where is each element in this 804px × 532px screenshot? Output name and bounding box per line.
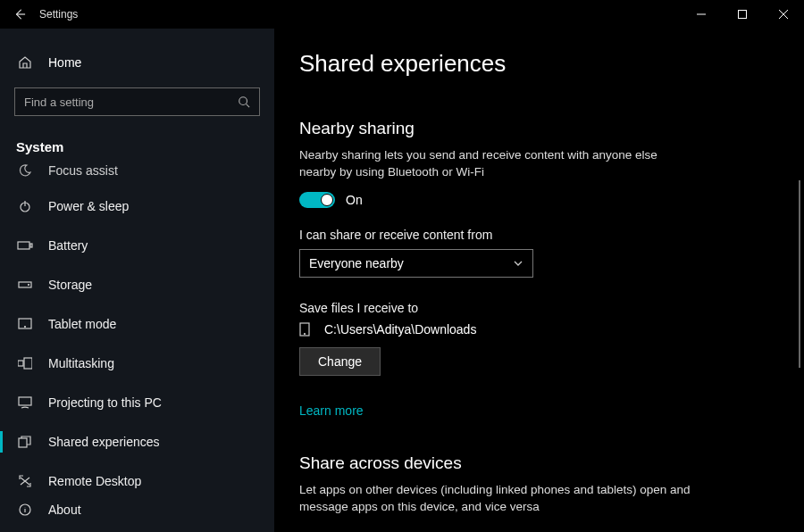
share-from-dropdown[interactable]: Everyone nearby — [299, 249, 533, 278]
page-title: Shared experiences — [299, 50, 779, 78]
sidebar: Home System Focus assist Power & sleep B… — [0, 29, 274, 532]
sidebar-item-focus-assist[interactable]: Focus assist — [0, 163, 274, 187]
info-icon — [16, 503, 34, 517]
maximize-button[interactable] — [722, 0, 763, 29]
back-button[interactable] — [9, 4, 30, 25]
svg-rect-3 — [18, 242, 29, 249]
sidebar-item-label: Power & sleep — [48, 199, 129, 213]
svg-rect-11 — [19, 397, 31, 405]
moon-icon — [16, 163, 34, 178]
sidebar-item-label: Remote Desktop — [48, 474, 141, 488]
nearby-sharing-toggle[interactable] — [299, 192, 335, 208]
svg-point-8 — [25, 327, 26, 328]
section-nearby-sharing: Nearby sharing — [299, 119, 779, 138]
shared-icon — [16, 436, 34, 448]
battery-icon — [16, 240, 34, 251]
sidebar-item-label: Multitasking — [48, 356, 114, 370]
storage-icon — [16, 279, 34, 290]
sidebar-item-label: Projecting to this PC — [48, 395, 162, 410]
sidebar-nav: Focus assist Power & sleep Battery Stora… — [0, 163, 274, 532]
sidebar-item-tablet-mode[interactable]: Tablet mode — [0, 304, 274, 344]
svg-point-6 — [29, 285, 29, 286]
device-icon — [299, 322, 315, 337]
window-title: Settings — [39, 8, 78, 21]
sidebar-item-storage[interactable]: Storage — [0, 265, 274, 304]
main-panel: Shared experiences Nearby sharing Nearby… — [274, 29, 804, 532]
titlebar: Settings — [0, 0, 804, 29]
search-box[interactable] — [14, 87, 260, 116]
section-share-across-devices: Share across devices — [299, 453, 779, 473]
sidebar-item-label: Storage — [48, 278, 92, 292]
sidebar-home[interactable]: Home — [0, 46, 274, 82]
svg-point-1 — [239, 97, 247, 105]
learn-more-link[interactable]: Learn more — [299, 403, 364, 418]
multitasking-icon — [16, 357, 34, 370]
nearby-sharing-description: Nearby sharing lets you send and receive… — [299, 147, 692, 181]
search-icon — [238, 96, 250, 108]
share-from-value: Everyone nearby — [309, 256, 404, 270]
svg-rect-12 — [19, 438, 27, 447]
search-input[interactable] — [24, 96, 238, 109]
sidebar-category: System — [0, 132, 274, 163]
maximize-icon — [738, 10, 747, 19]
save-path-row: C:\Users\Aditya\Downloads — [299, 322, 779, 337]
svg-rect-0 — [739, 11, 747, 19]
minimize-button[interactable] — [681, 0, 722, 29]
sidebar-item-remote-desktop[interactable]: Remote Desktop — [0, 461, 274, 501]
sidebar-item-label: Focus assist — [48, 163, 118, 178]
save-files-label: Save files I receive to — [299, 301, 779, 315]
svg-rect-9 — [18, 361, 23, 366]
sidebar-item-about[interactable]: About — [0, 501, 274, 519]
svg-rect-10 — [24, 358, 32, 369]
projecting-icon — [16, 396, 34, 409]
change-button[interactable]: Change — [299, 347, 381, 376]
sidebar-item-label: About — [48, 503, 81, 517]
scrollbar[interactable] — [799, 180, 800, 368]
home-icon — [16, 55, 34, 70]
tablet-icon — [16, 318, 34, 330]
share-from-label: I can share or receive content from — [299, 228, 779, 242]
power-icon — [16, 199, 34, 213]
sidebar-item-multitasking[interactable]: Multitasking — [0, 344, 274, 383]
svg-rect-4 — [30, 244, 32, 247]
sidebar-item-label: Shared experiences — [48, 435, 160, 449]
toggle-state-label: On — [346, 193, 363, 207]
sidebar-item-power-sleep[interactable]: Power & sleep — [0, 187, 274, 226]
sidebar-item-battery[interactable]: Battery — [0, 226, 274, 265]
svg-point-15 — [305, 333, 306, 334]
close-button[interactable] — [763, 0, 804, 29]
share-across-description: Let apps on other devices (including lin… — [299, 482, 692, 516]
sidebar-home-label: Home — [48, 55, 81, 70]
toggle-knob — [321, 194, 333, 206]
save-path-text: C:\Users\Aditya\Downloads — [324, 322, 476, 337]
remote-icon — [16, 475, 34, 487]
sidebar-item-shared-experiences[interactable]: Shared experiences — [0, 422, 274, 461]
close-icon — [779, 10, 788, 19]
sidebar-item-projecting[interactable]: Projecting to this PC — [0, 383, 274, 422]
sidebar-item-label: Battery — [48, 238, 88, 253]
sidebar-item-label: Tablet mode — [48, 317, 116, 331]
change-button-label: Change — [318, 354, 362, 369]
chevron-down-icon — [513, 258, 523, 269]
arrow-left-icon — [13, 8, 26, 21]
minimize-icon — [697, 10, 706, 19]
